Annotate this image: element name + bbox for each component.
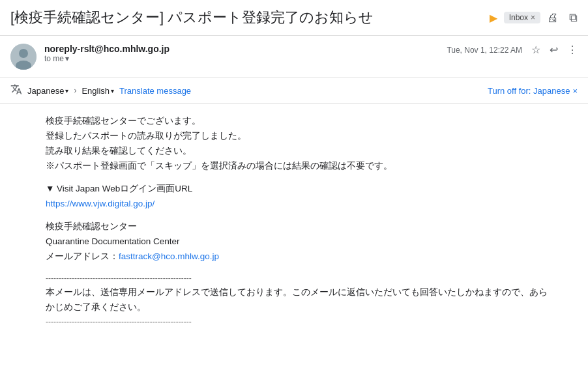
- translation-bar: Japanese ▾ › English ▾ Translate message…: [0, 78, 588, 104]
- translation-direction-arrow: ›: [74, 86, 76, 95]
- sender-to: to me ▾: [44, 54, 439, 63]
- new-window-icon[interactable]: ⧉: [569, 11, 578, 25]
- divider-1: ----------------------------------------…: [46, 272, 549, 285]
- subject-bar: [検疫手続確認センター] パスポート登録完了のお知らせ ▶ Inbox × 🖨 …: [0, 0, 588, 36]
- source-language-label: Japanese: [27, 86, 64, 96]
- source-language-select[interactable]: Japanese ▾: [27, 86, 68, 96]
- to-dropdown-icon[interactable]: ▾: [65, 54, 69, 63]
- print-icon[interactable]: 🖨: [547, 11, 559, 25]
- org-name-en: Quarantine Documentation Center: [46, 234, 549, 249]
- inbox-badge-close[interactable]: ×: [531, 13, 535, 22]
- translate-icon: [10, 83, 22, 98]
- turn-off-close-icon[interactable]: ×: [572, 86, 578, 96]
- target-language-select[interactable]: English ▾: [81, 86, 114, 96]
- email-subject: [検疫手続確認センター] パスポート登録完了のお知らせ: [10, 8, 483, 27]
- visit-japan-section: ▼ Visit Japan Webログイン画面URL https://www.v…: [46, 182, 549, 212]
- translate-message-link[interactable]: Translate message: [119, 86, 191, 96]
- forward-arrow-icon: ▶: [490, 12, 497, 24]
- svg-point-1: [19, 49, 28, 58]
- sender-email: noreply-rslt@hco.mhlw.go.jp: [44, 44, 439, 54]
- more-options-icon[interactable]: ⋮: [567, 44, 578, 56]
- turn-off-translation-link[interactable]: Turn off for: Japanese ×: [488, 86, 578, 96]
- body-line-3: 読み取り結果を確認してください。: [46, 144, 549, 159]
- body-line-4: ※パスポート登録画面で「スキップ」を選択済みの場合には結果の確認は不要です。: [46, 159, 549, 174]
- visit-japan-header: ▼ Visit Japan Webログイン画面URL: [46, 182, 549, 197]
- disclaimer-text: 本メールは、送信専用メールアドレスで送信しております。このメールに返信いただいて…: [46, 285, 549, 315]
- reply-icon[interactable]: ↩: [550, 44, 558, 56]
- sender-info: noreply-rslt@hco.mhlw.go.jp to me ▾: [44, 44, 439, 63]
- contact-email-link[interactable]: fasttrack@hco.mhlw.go.jp: [119, 251, 219, 261]
- avatar: [10, 44, 37, 70]
- turn-off-label: Turn off for: Japanese: [488, 86, 570, 96]
- target-language-label: English: [81, 86, 110, 96]
- org-name-jp: 検疫手続確認センター: [46, 219, 549, 234]
- visit-japan-url[interactable]: https://www.vjw.digital.go.jp/: [46, 199, 154, 208]
- contact-section: 検疫手続確認センター Quarantine Documentation Cent…: [46, 219, 549, 264]
- body-line-2: 登録したパスポートの読み取りが完了しました。: [46, 129, 549, 144]
- inbox-badge-label: Inbox: [509, 13, 528, 22]
- contact-email-line: メールアドレス：fasttrack@hco.mhlw.go.jp: [46, 249, 549, 264]
- source-lang-chevron: ▾: [65, 87, 68, 94]
- star-icon[interactable]: ☆: [531, 44, 540, 56]
- target-lang-chevron: ▾: [111, 87, 114, 94]
- email-label: メールアドレス：: [46, 251, 119, 261]
- sender-actions: Tue, Nov 1, 12:22 AM ☆ ↩ ⋮: [447, 44, 578, 56]
- inbox-badge[interactable]: Inbox ×: [504, 12, 540, 23]
- divider-2: ----------------------------------------…: [46, 315, 549, 328]
- intro-section: 検疫手続確認センターでございます。 登録したパスポートの読み取りが完了しました。…: [46, 114, 549, 174]
- email-timestamp: Tue, Nov 1, 12:22 AM: [447, 46, 522, 55]
- header-actions: 🖨 ⧉: [547, 11, 578, 25]
- body-line-1: 検疫手続確認センターでございます。: [46, 114, 549, 129]
- email-body: 検疫手続確認センターでございます。 登録したパスポートの読み取りが完了しました。…: [0, 104, 588, 339]
- sender-row: noreply-rslt@hco.mhlw.go.jp to me ▾ Tue,…: [0, 36, 588, 78]
